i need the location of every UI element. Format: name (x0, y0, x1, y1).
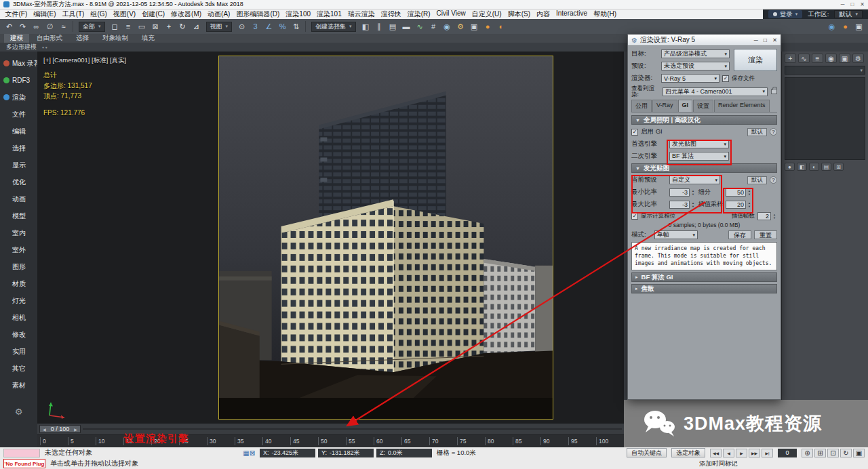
zoom-region-icon[interactable]: ⊡ (827, 449, 839, 457)
maximize-viewport-toggle-icon[interactable]: ▣ (853, 449, 865, 457)
category-helpers-icon[interactable]: ⊞ (833, 163, 844, 171)
minimize-icon[interactable] (754, 37, 758, 43)
render-setup-icon[interactable]: ⚙ (454, 20, 467, 33)
named-selection-sets-dropdown[interactable]: 创建选择集 (311, 22, 356, 32)
sidebar-item[interactable]: RDF3 (0, 72, 37, 89)
sidebar-item[interactable]: 素材 (0, 377, 37, 394)
spinner-arrows-icon[interactable] (690, 201, 696, 208)
time-slider-row[interactable]: 0 / 100 (37, 424, 624, 434)
unlink-selection-icon[interactable]: ∅ (43, 20, 56, 33)
max-rate-spinner[interactable]: -3 (669, 201, 696, 209)
ribbon-tab[interactable]: 自由形式 (31, 34, 68, 43)
category-lights-icon[interactable]: ◐ (809, 163, 819, 171)
show-calc-phase-checkbox[interactable] (631, 213, 638, 220)
current-frame-field[interactable]: 0 (778, 449, 797, 457)
orbit-icon[interactable]: ↻ (840, 449, 852, 457)
menu-item[interactable]: Civil View (433, 9, 469, 19)
settings-gear-icon[interactable] (0, 407, 37, 417)
maximize-icon[interactable] (764, 37, 767, 43)
gi-help-icon[interactable]: ? (770, 128, 777, 136)
menu-item[interactable]: 渲染(R) (404, 9, 433, 19)
sidebar-item[interactable]: 其它 (0, 360, 37, 377)
coordinate-display[interactable]: Y: -131.182米 (318, 449, 374, 457)
render-dialog-tab[interactable]: 设置 (693, 100, 713, 112)
render-teapot-icon[interactable]: ● (839, 20, 852, 33)
interp-samples-spinner[interactable]: 20 (726, 201, 752, 209)
subdivs-spinner[interactable]: 50 (726, 188, 752, 197)
viewport-label[interactable]: [+] [Camera001] [标准] [真实] (43, 56, 126, 65)
sidebar-item[interactable]: 选择 (0, 140, 37, 157)
sidebar-item[interactable]: 模型 (0, 207, 37, 224)
selection-lock-icon[interactable]: ⊠ (250, 449, 255, 457)
select-and-link-icon[interactable]: ∞ (30, 20, 43, 33)
selected-objects-dropdown[interactable]: 选定对象 (671, 448, 705, 457)
time-slider-track[interactable] (83, 428, 622, 430)
primary-engine-dropdown[interactable]: 发光贴图 (669, 140, 729, 148)
coordinate-display[interactable]: Z: 0.0米 (376, 449, 432, 457)
sidebar-item[interactable]: 优化 (0, 174, 37, 190)
auto-key-button[interactable]: 自动关键点 (627, 448, 667, 457)
next-frame-icon[interactable]: ▶▶ (749, 449, 760, 457)
select-by-name-icon[interactable]: ≡ (122, 20, 135, 33)
coordinate-display[interactable]: X: -23.425米 (260, 449, 315, 457)
sidebar-item[interactable]: 动画 (0, 190, 37, 207)
workspace-dropdown[interactable]: 默认 (834, 10, 863, 18)
view-to-render-dropdown[interactable]: 四元菜单 4 - Camera001 (663, 87, 768, 96)
render-dialog-tab[interactable]: V-Ray (652, 100, 677, 112)
bind-to-space-warp-icon[interactable]: ≈ (57, 20, 70, 33)
spinner-arrows-icon[interactable] (690, 189, 696, 196)
rollout-irradiance-map[interactable]: 发光贴图 (631, 163, 777, 173)
snapshot-icon[interactable]: ▣ (852, 20, 865, 33)
menu-item[interactable]: 帮助(H) (591, 9, 620, 19)
utilities-tab-icon[interactable]: ⚙ (852, 54, 864, 63)
sidebar-item[interactable]: 文件 (0, 106, 37, 123)
menu-item[interactable]: 工具(T) (59, 9, 87, 19)
go-to-end-icon[interactable]: ▶| (762, 449, 773, 457)
sidebar-item[interactable]: 编辑 (0, 123, 37, 140)
render-production-icon[interactable]: ● (481, 20, 494, 33)
isolate-selection-icon[interactable]: ▦ (243, 449, 249, 457)
undo-icon[interactable]: ↶ (3, 20, 16, 33)
snap-toggle-3d-icon[interactable]: 3 (249, 20, 262, 33)
menu-item[interactable]: 内容 (534, 9, 553, 19)
sidebar-item[interactable]: 灯光 (0, 292, 37, 309)
rollout-global-illumination[interactable]: 全局照明 | 高级汉化 (631, 115, 777, 125)
render-vray-fb-icon[interactable]: ◉ (825, 20, 838, 33)
spinner-arrows-icon[interactable] (747, 189, 752, 196)
select-object-icon[interactable]: ◻ (108, 20, 121, 33)
menu-item[interactable]: 视图(V) (110, 9, 138, 19)
select-and-rotate-icon[interactable]: ↻ (176, 20, 189, 33)
go-to-start-icon[interactable]: ◀◀ (710, 449, 722, 457)
secondary-engine-dropdown[interactable]: BF 算法 (669, 152, 729, 161)
menu-item[interactable]: 图形编辑器(D) (233, 9, 283, 19)
category-shapes-icon[interactable]: ◧ (797, 163, 807, 171)
sidebar-item[interactable]: 显示 (0, 157, 37, 174)
menu-item[interactable]: 渲得快 (378, 9, 404, 19)
object-list-panel[interactable] (785, 77, 865, 160)
select-and-move-icon[interactable]: + (163, 20, 176, 33)
angle-snap-icon[interactable]: ∠ (262, 20, 275, 33)
selection-filter-dropdown[interactable]: 全部 (79, 22, 105, 32)
window-minimize-icon[interactable]: ─ (841, 1, 845, 7)
menu-item[interactable]: 组(G) (87, 9, 110, 19)
render-dialog-tab[interactable]: Render Elements (714, 100, 770, 112)
menu-item[interactable]: 自定义(U) (469, 9, 505, 19)
select-and-scale-icon[interactable]: ⊿ (190, 20, 203, 33)
rollout-caustics[interactable]: 焦散 (631, 284, 777, 293)
im-help-icon[interactable]: ? (770, 176, 777, 184)
window-crossing-icon[interactable]: ⊠ (149, 20, 162, 33)
sidebar-item[interactable]: 实用 (0, 343, 37, 360)
render-dialog-tab[interactable]: 公用 (631, 100, 652, 112)
menu-item[interactable]: 渲染101 (314, 9, 345, 19)
enable-gi-checkbox[interactable] (631, 129, 638, 136)
save-map-button[interactable]: 保存 (728, 230, 751, 239)
sidebar-item[interactable]: Max 录荐 (0, 55, 37, 72)
spinner-snap-icon[interactable]: ⇅ (290, 20, 302, 33)
percent-snap-icon[interactable]: % (276, 20, 289, 33)
material-editor-icon[interactable]: ◉ (441, 20, 454, 33)
render-button[interactable]: 渲染 (734, 49, 777, 71)
add-time-tag[interactable]: 添加时间标记 (699, 460, 738, 468)
sidebar-item[interactable]: 室内 (0, 224, 37, 241)
menu-item[interactable]: 编辑(E) (31, 9, 59, 19)
ribbon-tab[interactable]: 选择 (70, 34, 95, 43)
